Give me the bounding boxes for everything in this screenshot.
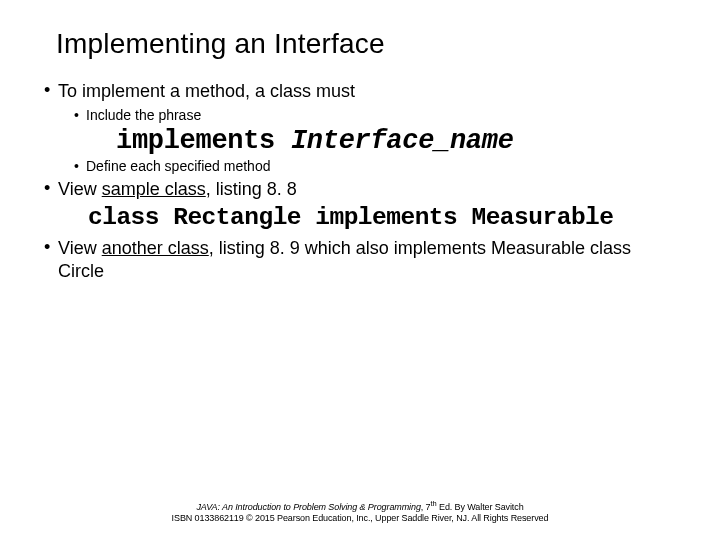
link-sample-class[interactable]: sample class — [102, 179, 206, 199]
bullet-level2: • Define each specified method — [74, 158, 676, 176]
text-fragment: , 7 — [421, 502, 431, 512]
code-keyword: implements — [116, 126, 291, 156]
bullet-level2: • Include the phrase — [74, 107, 676, 125]
bullet-dot-icon: • — [74, 107, 86, 124]
bullet-dot-icon: • — [44, 178, 58, 200]
code-line: class Rectangle implements Measurable — [88, 204, 676, 231]
bullet-text: View another class, listing 8. 9 which a… — [58, 237, 676, 282]
text-fragment: , listing 8. 8 — [206, 179, 297, 199]
footer-line-1: JAVA: An Introduction to Problem Solving… — [0, 499, 720, 513]
slide-body: • To implement a method, a class must • … — [0, 80, 720, 282]
bullet-dot-icon: • — [74, 158, 86, 175]
bullet-text: Define each specified method — [86, 158, 270, 176]
slide-title: Implementing an Interface — [0, 0, 720, 78]
bullet-text: View sample class, listing 8. 8 — [58, 178, 297, 201]
bullet-dot-icon: • — [44, 80, 58, 102]
bullet-level1: • View another class, listing 8. 9 which… — [44, 237, 676, 282]
link-another-class[interactable]: another class — [102, 238, 209, 258]
code-line: implements Interface_name — [116, 126, 676, 156]
text-fragment: Ed. By Walter Savitch — [437, 502, 524, 512]
code-identifier: Interface_name — [291, 126, 514, 156]
footer-credit: JAVA: An Introduction to Problem Solving… — [0, 499, 720, 525]
text-fragment: View — [58, 238, 102, 258]
bullet-text: To implement a method, a class must — [58, 80, 355, 103]
footer-line-2: ISBN 0133862119 © 2015 Pearson Education… — [0, 513, 720, 524]
bullet-dot-icon: • — [44, 237, 58, 259]
slide: Implementing an Interface • To implement… — [0, 0, 720, 540]
bullet-level1: • View sample class, listing 8. 8 — [44, 178, 676, 201]
text-fragment: View — [58, 179, 102, 199]
bullet-level1: • To implement a method, a class must — [44, 80, 676, 103]
bullet-text: Include the phrase — [86, 107, 201, 125]
footer-book-title: JAVA: An Introduction to Problem Solving… — [196, 502, 420, 512]
